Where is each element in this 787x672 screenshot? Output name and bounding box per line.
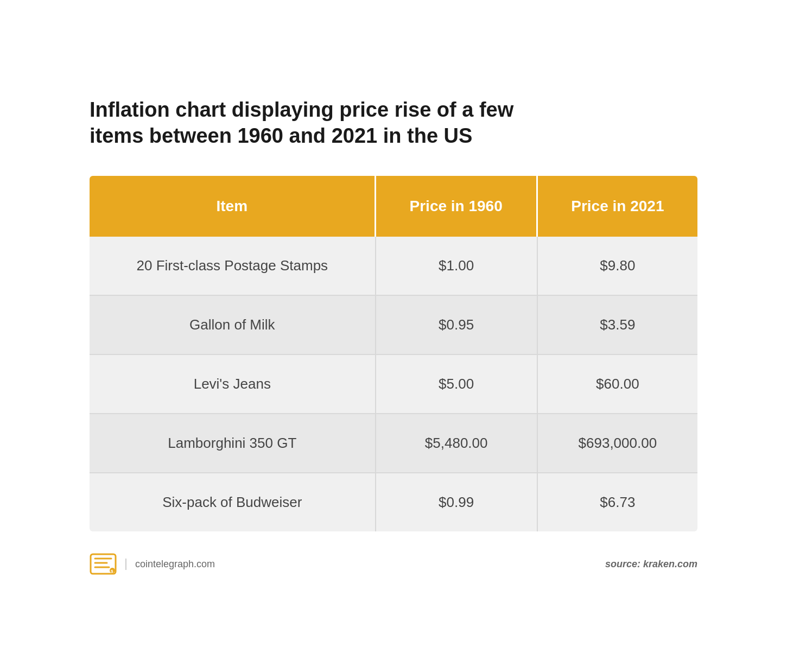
table-row: Gallon of Milk$0.95$3.59 [90, 296, 697, 355]
table-row: Six-pack of Budweiser$0.99$6.73 [90, 473, 697, 531]
column-header-price2021: Price in 2021 [538, 176, 697, 237]
footer-source-name: kraken.com [643, 559, 697, 569]
cell-price2021: $9.80 [538, 237, 697, 296]
footer-domain: cointelegraph.com [125, 559, 215, 570]
cell-item: Six-pack of Budweiser [90, 473, 376, 531]
cell-price2021: $693,000.00 [538, 414, 697, 473]
table-row: Lamborghini 350 GT$5,480.00$693,000.00 [90, 414, 697, 473]
cell-price1960: $5,480.00 [376, 414, 538, 473]
footer-left: $ cointelegraph.com [90, 553, 215, 575]
cell-price1960: $0.95 [376, 296, 538, 355]
inflation-table-wrapper: Item Price in 1960 Price in 2021 20 Firs… [90, 176, 697, 531]
cell-price1960: $5.00 [376, 355, 538, 414]
column-header-item: Item [90, 176, 376, 237]
footer-source: source: kraken.com [605, 559, 697, 570]
footer: $ cointelegraph.com source: kraken.com [90, 553, 697, 575]
cell-item: 20 First-class Postage Stamps [90, 237, 376, 296]
footer-source-label: source: [605, 559, 640, 569]
inflation-table: Item Price in 1960 Price in 2021 20 Firs… [90, 176, 697, 531]
cell-item: Gallon of Milk [90, 296, 376, 355]
page-title: Inflation chart displaying price rise of… [90, 97, 535, 149]
cell-price1960: $0.99 [376, 473, 538, 531]
table-row: Levi's Jeans$5.00$60.00 [90, 355, 697, 414]
cell-price2021: $6.73 [538, 473, 697, 531]
cell-item: Lamborghini 350 GT [90, 414, 376, 473]
column-header-price1960: Price in 1960 [376, 176, 538, 237]
cell-price2021: $3.59 [538, 296, 697, 355]
table-header-row: Item Price in 1960 Price in 2021 [90, 176, 697, 237]
cointelegraph-logo-icon: $ [90, 553, 117, 575]
page-container: Inflation chart displaying price rise of… [68, 65, 719, 607]
svg-text:$: $ [111, 569, 113, 574]
cell-price1960: $1.00 [376, 237, 538, 296]
table-row: 20 First-class Postage Stamps$1.00$9.80 [90, 237, 697, 296]
cell-item: Levi's Jeans [90, 355, 376, 414]
cell-price2021: $60.00 [538, 355, 697, 414]
